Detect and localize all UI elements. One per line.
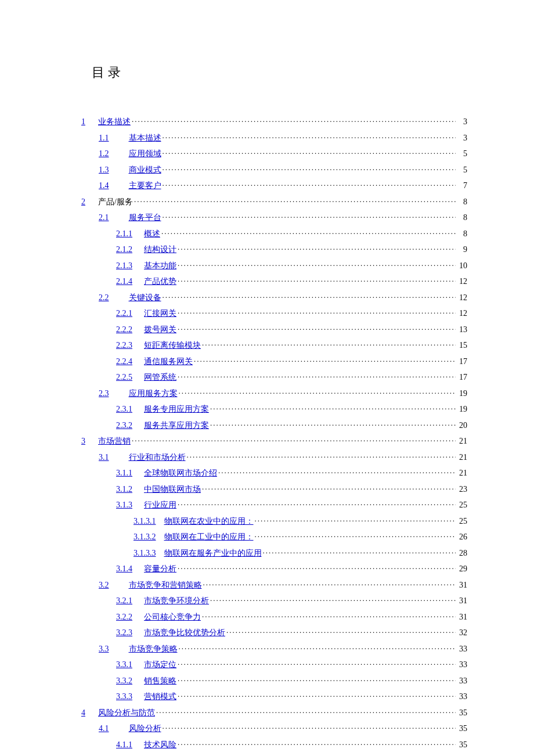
toc-title-link[interactable]: 结构设计 [144,246,176,254]
toc-number[interactable]: 3.1.2 [116,485,132,494]
toc-number[interactable]: 2.3.1 [116,405,132,413]
toc-number[interactable]: 2.1.2 [116,246,132,254]
toc-title-link[interactable]: 汇接网关 [144,309,176,318]
toc-number[interactable]: 1 [81,118,85,126]
toc-title-link[interactable]: 市场竞争和营销策略 [129,581,202,589]
toc-title-link[interactable]: 市场竞争比较优势分析 [144,629,225,637]
toc-number[interactable]: 3.1.4 [116,565,132,573]
toc-leader [178,372,456,380]
toc-title-link[interactable]: 应用服务方案 [129,390,178,398]
toc-number[interactable]: 1.1 [99,134,109,142]
toc-number[interactable]: 2.2 [99,294,109,302]
toc-page-number: 33 [457,693,467,701]
toc-number[interactable]: 3.1.3.2 [134,533,156,541]
toc-title-link[interactable]: 风险分析与防范 [98,709,155,717]
toc-page-number: 35 [457,725,467,733]
toc-number[interactable]: 3.2.2 [116,613,132,621]
toc-title-link[interactable]: 物联网在农业中的应用： [164,517,254,525]
toc-page-number: 10 [457,262,467,270]
toc-leader [179,643,456,651]
toc-number[interactable]: 3.2 [99,581,109,589]
toc-entry: 2.3.1服务专用应用方案19 [81,404,467,413]
toc-leader [178,563,456,571]
toc-number[interactable]: 2.2.4 [116,358,132,366]
toc-leader [163,148,456,156]
toc-title-link[interactable]: 基本描述 [129,134,161,142]
toc-number[interactable]: 3.2.1 [116,597,132,605]
toc-leader [255,516,456,524]
toc-number[interactable]: 3.3 [99,645,109,653]
toc-number[interactable]: 2.1 [99,214,109,222]
toc-title-link[interactable]: 物联网在工业中的应用： [164,533,254,541]
toc-title-link[interactable]: 销售策略 [144,677,176,685]
toc-entry: 2.2.5网管系统17 [81,372,467,381]
toc-number[interactable]: 3.3.1 [116,661,132,669]
toc-number[interactable]: 2.1.1 [116,230,132,238]
toc-number[interactable]: 2.2.1 [116,309,132,318]
toc-number[interactable]: 3.2.3 [116,629,132,637]
toc-title-link[interactable]: 网管系统 [144,373,176,381]
toc-entry: 3.1.3.3物联网在服务产业中的应用28 [81,548,467,557]
toc-number[interactable]: 2.1.4 [116,278,132,286]
toc-title-link[interactable]: 短距离传输模块 [144,341,201,350]
toc-title-link[interactable]: 容量分析 [144,565,176,573]
toc-title-link[interactable]: 行业应用 [144,501,176,509]
toc-number[interactable]: 2.3 [99,390,109,398]
toc-title-link[interactable]: 商业模式 [129,166,161,174]
toc-entry: 2.1.3基本功能10 [81,260,467,270]
toc-title-link[interactable]: 市场定位 [144,661,176,669]
toc-entry: 3.2市场竞争和营销策略31 [81,579,467,589]
toc-title-link[interactable]: 服务共享应用方案 [144,422,209,430]
toc-title-link[interactable]: 全球物联网市场介绍 [144,469,217,477]
toc-number[interactable]: 3.1.3.1 [134,517,156,525]
toc-number[interactable]: 3.1.1 [116,469,132,477]
toc-number[interactable]: 3.1.3 [116,501,132,509]
toc-number[interactable]: 2.2.5 [116,373,132,381]
toc-number[interactable]: 1.4 [99,182,109,190]
toc-title-link[interactable]: 市场营销 [98,437,131,445]
toc-number[interactable]: 3.3.3 [116,693,132,701]
toc-entry: 3.3.1市场定位33 [81,659,467,669]
toc-number[interactable]: 3.1 [99,453,109,462]
toc-title-link[interactable]: 产品优势 [144,278,176,286]
toc-title-link[interactable]: 应用领域 [129,150,161,158]
toc-title-link[interactable]: 服务专用应用方案 [144,405,209,413]
toc-leader [178,276,456,284]
toc-title-link[interactable]: 风险分析 [129,725,161,733]
toc-leader [163,132,456,141]
toc-title-link[interactable]: 基本功能 [144,262,176,270]
toc-title-link[interactable]: 概述 [144,230,160,238]
toc-title-link[interactable]: 服务平台 [129,214,161,222]
toc-number[interactable]: 2.2.2 [116,326,132,334]
toc-title-link[interactable]: 公司核心竞争力 [144,613,201,621]
toc-title-link[interactable]: 市场竞争环境分析 [144,597,209,605]
toc-leader [218,467,456,476]
toc-entry: 4.1风险分析35 [81,723,467,733]
toc-title-link[interactable]: 主要客户 [129,182,161,190]
toc-number[interactable]: 3.1.3.3 [134,549,156,557]
toc-title-link[interactable]: 技术风险 [144,741,176,749]
toc-title-link[interactable]: 关键设备 [129,294,161,302]
toc-number[interactable]: 2.1.3 [116,262,132,270]
toc-number[interactable]: 4 [81,709,85,717]
toc-leader [194,356,456,364]
toc-title-link[interactable]: 通信服务网关 [144,358,193,366]
toc-title-link[interactable]: 市场竞争策略 [129,645,178,653]
toc-number[interactable]: 2 [81,198,85,206]
toc-title-link[interactable]: 营销模式 [144,693,176,701]
toc-number[interactable]: 2.3.2 [116,422,132,430]
toc-number[interactable]: 4.1 [99,725,109,733]
toc-number[interactable]: 4.1.1 [116,741,132,749]
toc-number[interactable]: 3 [81,437,85,445]
toc-title-link[interactable]: 业务描述 [98,118,131,126]
toc-title-link[interactable]: 物联网在服务产业中的应用 [164,549,262,557]
toc-title-link[interactable]: 行业和市场分析 [129,453,186,462]
toc-title-link[interactable]: 拨号网关 [144,326,176,334]
toc-number[interactable]: 3.3.2 [116,677,132,685]
toc-number[interactable]: 2.2.3 [116,341,132,350]
toc-number[interactable]: 1.3 [99,166,109,174]
toc-number[interactable]: 1.2 [99,150,109,158]
toc-title-link[interactable]: 中国物联网市场 [144,485,201,494]
toc-entry: 1.4主要客户7 [81,180,467,190]
toc-page-number: 3 [457,134,467,142]
